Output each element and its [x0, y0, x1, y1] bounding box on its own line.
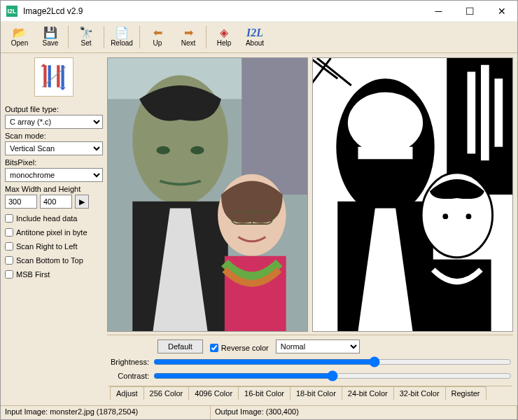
help-icon: ◈ — [220, 27, 228, 38]
save-icon: 💾 — [43, 27, 57, 38]
include-head-checkbox[interactable]: Include head data — [5, 214, 103, 223]
tab-register[interactable]: Register — [445, 386, 486, 400]
sidebar: Output file type: C array (*.c) Scan mod… — [5, 57, 103, 401]
binoculars-icon: 🔭 — [79, 27, 93, 38]
app-icon: I2L — [6, 6, 18, 17]
scan-direction-icon[interactable] — [34, 57, 74, 97]
scan-rtl-checkbox[interactable]: Scan Right to Left — [5, 242, 103, 251]
statusbar: Input Image: monster2.jpg (1878,2504) Ou… — [1, 405, 517, 419]
svg-rect-2 — [57, 65, 59, 88]
tab-256-color[interactable]: 256 Color — [144, 386, 190, 400]
set-button[interactable]: 🔭Set — [71, 23, 101, 51]
tab-24bit-color[interactable]: 24-bit Color — [342, 386, 394, 400]
svg-point-25 — [348, 92, 423, 154]
minimize-button[interactable]: ─ — [423, 1, 454, 22]
svg-rect-1 — [48, 65, 51, 88]
source-image-preview — [107, 57, 308, 332]
output-type-label: Output file type: — [5, 105, 103, 113]
tab-adjust[interactable]: Adjust — [110, 386, 144, 400]
svg-rect-23 — [495, 78, 503, 147]
tabs: Adjust 256 Color 4096 Color 16-bit Color… — [108, 386, 512, 400]
open-icon: 📂 — [13, 27, 27, 38]
tab-32bit-color[interactable]: 32-bit Color — [393, 386, 446, 400]
window-title: Image2Lcd v2.9 — [23, 6, 423, 16]
brightness-label: Brightness: — [108, 358, 149, 366]
svg-rect-33 — [430, 260, 491, 331]
max-wh-label: Max Width and Height — [5, 185, 103, 193]
mode-select[interactable]: Normal — [276, 340, 360, 354]
svg-marker-6 — [59, 88, 65, 90]
status-input: Input Image: monster2.jpg (1878,2504) — [1, 406, 211, 419]
close-button[interactable]: ✕ — [486, 1, 517, 22]
toolbar: 📂Open 💾Save 🔭Set 📄Reload ⬅Up ➡Next ◈Help… — [1, 22, 517, 53]
up-button[interactable]: ⬅Up — [143, 23, 172, 51]
next-button[interactable]: ➡Next — [174, 23, 203, 51]
output-image-preview — [312, 57, 513, 332]
contrast-slider[interactable] — [153, 370, 512, 382]
svg-point-11 — [156, 146, 170, 155]
tab-4096-color[interactable]: 4096 Color — [188, 386, 239, 400]
antitone-checkbox[interactable]: Antitone pixel in byte — [5, 228, 103, 237]
msb-first-checkbox[interactable]: MSB First — [5, 270, 103, 279]
scan-btt-checkbox[interactable]: Scan Bottom to Top — [5, 256, 103, 265]
apply-size-button[interactable]: ▶ — [75, 195, 89, 209]
svg-rect-26 — [358, 147, 413, 160]
open-button[interactable]: 📂Open — [5, 23, 34, 51]
svg-rect-21 — [468, 72, 476, 154]
arrow-right-icon: ➡ — [184, 27, 193, 38]
about-button[interactable]: I2LAbout — [240, 23, 270, 51]
help-button[interactable]: ◈Help — [209, 23, 239, 51]
brightness-slider[interactable] — [153, 356, 512, 368]
svg-rect-9 — [241, 58, 307, 195]
svg-point-31 — [442, 214, 448, 219]
svg-point-32 — [466, 214, 472, 219]
max-height-input[interactable] — [40, 195, 72, 209]
arrow-left-icon: ⬅ — [153, 27, 162, 38]
bits-pixel-label: BitsPixel: — [5, 158, 103, 167]
scan-mode-label: Scan mode: — [5, 132, 103, 140]
titlebar: I2L Image2Lcd v2.9 ─ ☐ ✕ — [1, 1, 517, 22]
about-icon: I2L — [246, 27, 263, 38]
tab-16bit-color[interactable]: 16-bit Color — [238, 386, 290, 400]
svg-rect-22 — [481, 65, 489, 161]
reload-icon: 📄 — [115, 27, 129, 38]
svg-point-12 — [190, 146, 204, 155]
contrast-label: Contrast: — [108, 372, 149, 380]
reload-button[interactable]: 📄Reload — [107, 23, 136, 51]
output-type-select[interactable]: C array (*.c) — [5, 115, 103, 129]
svg-marker-5 — [41, 64, 46, 66]
save-button[interactable]: 💾Save — [36, 23, 65, 51]
status-output: Output Image: (300,400) — [211, 406, 517, 419]
reverse-color-checkbox[interactable]: Reverse color — [210, 344, 269, 352]
tab-18bit-color[interactable]: 18-bit Color — [290, 386, 342, 400]
controls-panel: Default Reverse color Normal Brightness:… — [107, 335, 513, 401]
max-width-input[interactable] — [5, 195, 37, 209]
scan-mode-select[interactable]: Vertical Scan — [5, 141, 103, 155]
bits-pixel-select[interactable]: monochrome — [5, 168, 103, 182]
maximize-button[interactable]: ☐ — [454, 1, 486, 22]
default-button[interactable]: Default — [158, 340, 203, 354]
